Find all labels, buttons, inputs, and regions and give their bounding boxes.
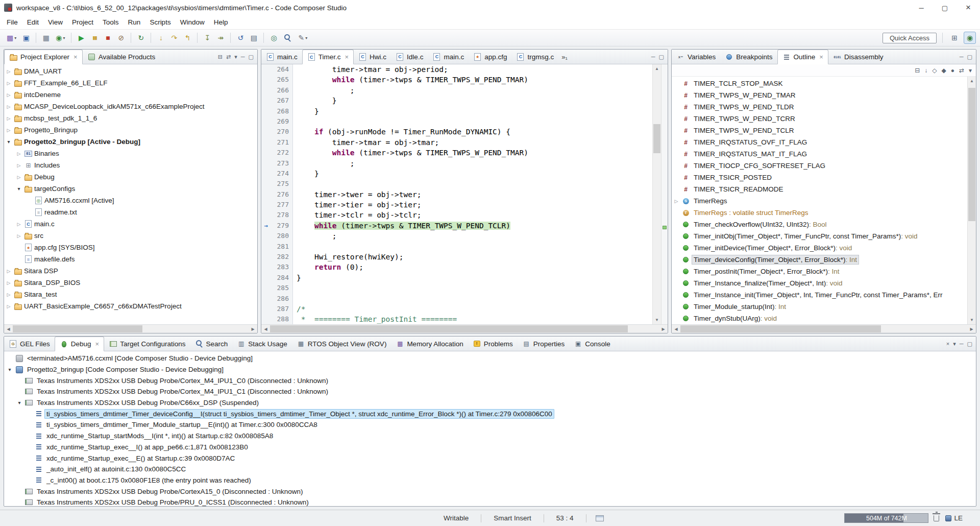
scroll-right-button[interactable]: ▶ [249,325,257,333]
restart-button[interactable]: ↻ [135,32,147,44]
asm-step-into-button[interactable]: ↧ [201,32,213,44]
maximize-button[interactable]: ▢ [967,341,972,347]
bottom-tab-debug[interactable]: Debug× [55,337,104,351]
outline-item-timer-initdevice-timer-object-error-bloc[interactable]: Timer_initDevice(Timer_Object*, Error_Bl… [672,242,967,254]
code-line-274[interactable]: 274 } [261,169,652,179]
bottom-tab-gel-files[interactable]: GEL Files [4,337,55,351]
outline-item-timer-twps-w-pend-tclr[interactable]: TIMER_TWPS_W_PEND_TCLR [672,125,967,136]
outline-item-timer-tiocp-cfg-softreset-flag[interactable]: TIMER_TIOCP_CFG_SOFTRESET_FLAG [672,160,967,172]
code-line-269[interactable]: 269 [261,116,652,127]
bottom-tab-stack-usage[interactable]: Stack Usage [232,337,292,351]
scroll-up-button[interactable]: ▲ [653,64,661,73]
overview-ruler[interactable] [661,64,668,324]
ccs-debug-perspective-button[interactable]: ◉ [964,32,976,44]
explorer-tab-available-products[interactable]: Available Products [83,50,160,64]
expand-arrow-icon[interactable]: ▷ [5,81,12,86]
outline-item-timer-deviceconfig-timer-object-error-bl[interactable]: Timer_deviceConfig(Timer_Object*, Error_… [672,254,967,266]
hide-non-public-members-button[interactable]: ● [951,67,954,74]
project-tree-item-sitara-dsp[interactable]: ▷Sitara DSP [4,265,257,277]
editor-tab-hwi-c[interactable]: Hwi.c [354,50,391,64]
bottom-tab-problems[interactable]: Problems [468,337,518,351]
outline-item-timer-twps-w-pend-tldr[interactable]: TIMER_TWPS_W_PEND_TLDR [672,101,967,113]
expand-arrow-icon[interactable]: ▷ [673,199,680,204]
expand-arrow-icon[interactable]: ▷ [15,222,22,227]
expand-arrow-icon[interactable]: ▷ [15,233,22,238]
bottom-tab-target-configurations[interactable]: Target Configurations [104,337,190,351]
outline-item-timer-irqstatus-mat-it-flag[interactable]: TIMER_IRQSTATUS_MAT_IT_FLAG [672,148,967,160]
minimize-button[interactable]: ─ [960,54,964,60]
expand-arrow-icon[interactable]: ▷ [5,280,12,285]
step-into-button[interactable]: ↓ [155,32,167,44]
code-line-280[interactable]: 280 ; [261,231,652,241]
disconnect-button[interactable]: ⊘ [115,32,127,44]
step-over-button[interactable]: ↷ [168,32,180,44]
editor-presentation-icon[interactable] [596,515,604,521]
project-tree-item-sitara-test[interactable]: ▷Sitara_test [4,289,257,300]
link-with-editor-button[interactable]: ⇄ [226,54,231,60]
expand-arrow-icon[interactable]: ▷ [5,304,12,309]
expand-arrow-icon[interactable]: ▷ [15,163,22,168]
code-line-265[interactable]: 265 while (timer->twps & TIMER_TWPS_W_PE… [261,75,652,85]
code-line-264[interactable]: 264 timer->tmar = obj->period; [261,64,652,75]
collapse-all-button[interactable]: ⊟ [218,54,223,60]
scroll-up-button[interactable]: ▲ [968,77,976,85]
suspend-button[interactable]: ▮▮ [88,32,101,44]
outline-item-timer-module-startup-int[interactable]: Timer_Module_startup(Int) : Int [672,301,967,313]
project-tree-item-mcbsp-test-pdk-1-1-6[interactable]: ▷mcbsp_test_pdk_1_1_6 [4,112,257,124]
debug-tree-item[interactable]: xdc_runtime_Startup_exec__I() at app_pe6… [4,442,976,453]
outline-item-timerregs-volatile-struct-timerregs[interactable]: TimerRegs : volatile struct TimerRegs [672,207,967,219]
terminate-button[interactable]: ■ [102,32,114,44]
remove-all-terminated-button[interactable]: × [946,341,949,347]
project-tree-item-progetto2-bringup-active-debug[interactable]: ▾Progetto2_bringup [Active - Debug] [4,136,257,148]
project-tree-item-sitara-dsp-bios[interactable]: ▷Sitara_DSP_BIOS [4,277,257,289]
bottom-tab-memory-allocation[interactable]: Memory Allocation [391,337,468,351]
project-tree-item-targetconfigs[interactable]: ▾targetConfigs [4,183,257,195]
menu-scripts[interactable]: Scripts [145,16,175,28]
expand-arrow-icon[interactable]: ▷ [5,92,12,98]
code-line-281[interactable]: 281 [261,242,652,252]
outline-item-timer-instance-finalize-timer-object-int[interactable]: Timer_Instance_finalize(Timer_Object*, I… [672,277,967,289]
maximize-button[interactable]: ▢ [659,54,664,60]
expand-arrow-icon[interactable]: ▷ [5,128,12,133]
outline-vertical-scrollbar[interactable]: ▲ ▼ [967,77,976,324]
link-with-editor-button[interactable]: ⇄ [959,67,964,74]
scrollbar-thumb[interactable] [653,124,660,153]
code-line-267[interactable]: 267 } [261,95,652,106]
code-line-283[interactable]: 283 return (0); [261,262,652,272]
explorer-tab-project-explorer[interactable]: Project Explorer× [4,50,83,64]
ccs-edit-perspective-button[interactable]: ⊞ [948,32,961,44]
code-line-277[interactable]: 277 timer->tier = obj->tier; [261,200,652,210]
debug-tree-item[interactable]: Texas Instruments XDS2xx USB Debug Probe… [4,497,976,506]
outline-item-timerregs[interactable]: ▷TimerRegs [672,195,967,207]
close-tab-icon[interactable]: × [74,53,78,61]
scrollbar-thumb[interactable] [270,325,628,332]
editor-tab-idle-c[interactable]: Idle.c [391,50,428,64]
maximize-button[interactable]: ▢ [967,54,972,60]
collapse-arrow-icon[interactable]: ▾ [15,186,22,192]
outline-item-timer-postinit-timer-object-error-block[interactable]: Timer_postInit(Timer_Object*, Error_Bloc… [672,266,967,277]
expand-arrow-icon[interactable]: ▷ [15,175,22,180]
close-tab-icon[interactable]: × [819,53,823,61]
project-tree-item-debug[interactable]: ▷Debug [4,171,257,183]
debug-tree-item[interactable]: ti_sysbios_timers_dmtimer_Timer_Module_s… [4,419,976,431]
debug-tree-item[interactable]: xdc_runtime_Startup_startMods__I(int *, … [4,431,976,442]
menu-project[interactable]: Project [67,16,98,28]
code-line-266[interactable]: 266 ; [261,85,652,95]
debug-tree-item[interactable]: Texas Instruments XDS2xx USB Debug Probe… [4,386,976,397]
outline-item-timer-twps-w-pend-tcrr[interactable]: TIMER_TWPS_W_PEND_TCRR [672,113,967,125]
scrollbar-thumb[interactable] [13,325,142,332]
right-tab-outline[interactable]: Outline× [777,50,828,64]
garbage-collect-button[interactable] [934,515,939,521]
minimize-button[interactable]: ─ [241,54,245,60]
collapse-arrow-icon[interactable]: ▾ [6,367,13,372]
annotations-button[interactable]: ✎▾ [296,32,310,44]
editor-tab-main-c[interactable]: main.c [428,50,469,64]
outline-item-timer-tsicr-posted[interactable]: TIMER_TSICR_POSTED [672,172,967,183]
expand-arrow-icon[interactable]: ▷ [15,151,22,156]
scroll-right-button[interactable]: ▶ [659,325,668,333]
code-line-268[interactable]: 268 } [261,106,652,116]
maximize-button[interactable]: ▢ [249,54,254,60]
editor-tab-main-c[interactable]: main.c [261,50,302,64]
hide-static-members-button[interactable]: ◆ [941,67,946,74]
tab-overflow-indicator[interactable]: »₁ [558,50,571,64]
